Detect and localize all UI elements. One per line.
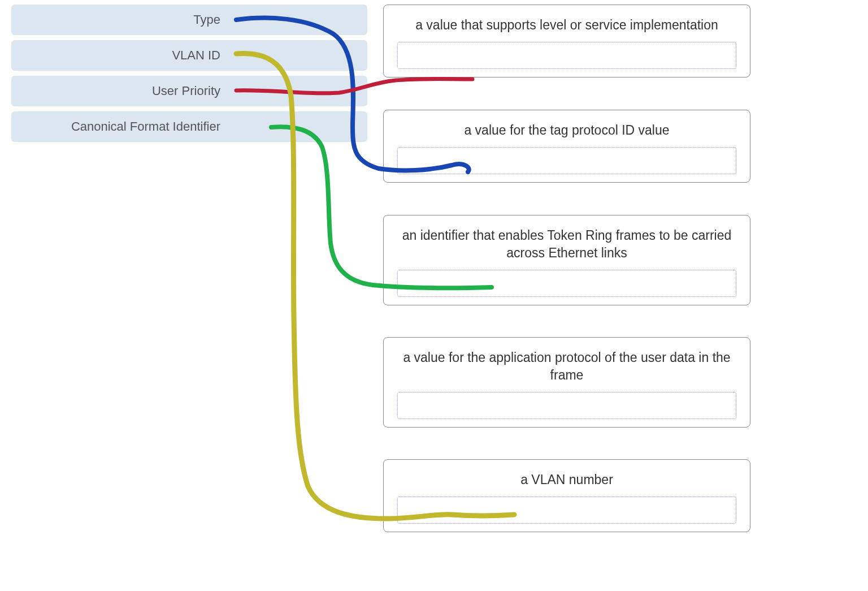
drop-zone[interactable] (397, 270, 736, 297)
right-item-def-vlannum: a VLAN number (383, 459, 750, 532)
right-item-text: a value that supports level or service i… (415, 16, 718, 34)
right-item-text: a value for the application protocol of … (397, 349, 736, 384)
left-item-label: Type (193, 12, 220, 27)
right-item-text: a value for the tag protocol ID value (464, 122, 669, 139)
right-item-def-tpid: a value for the tag protocol ID value (383, 110, 750, 183)
drop-zone[interactable] (397, 42, 736, 69)
left-item-type[interactable]: Type (11, 5, 367, 35)
drop-zone[interactable] (397, 497, 736, 524)
drop-zone[interactable] (397, 147, 736, 174)
left-item-vlan-id[interactable]: VLAN ID (11, 40, 367, 71)
right-item-text: a VLAN number (520, 471, 613, 489)
right-item-def-token: an identifier that enables Token Ring fr… (383, 215, 750, 305)
left-item-priority[interactable]: User Priority (11, 76, 367, 106)
left-item-label: User Priority (152, 84, 220, 98)
right-item-def-appproto: a value for the application protocol of … (383, 337, 750, 428)
left-item-cfi[interactable]: Canonical Format Identifier (11, 111, 367, 142)
left-item-label: VLAN ID (172, 48, 220, 63)
right-item-def-service: a value that supports level or service i… (383, 5, 750, 77)
right-item-text: an identifier that enables Token Ring fr… (397, 227, 736, 262)
matching-diagram: TypeVLAN IDUser PriorityCanonical Format… (0, 0, 868, 591)
drop-zone[interactable] (397, 392, 736, 419)
left-item-label: Canonical Format Identifier (71, 119, 220, 134)
